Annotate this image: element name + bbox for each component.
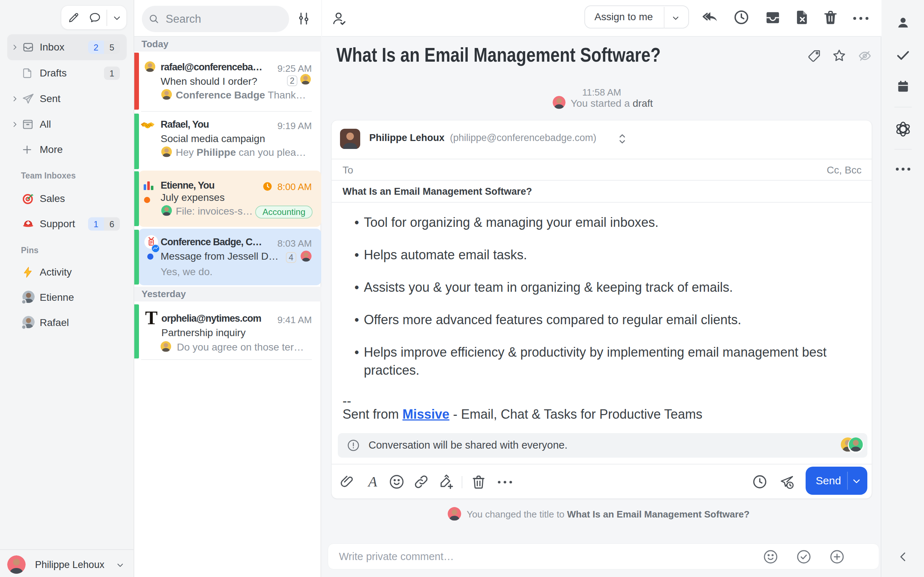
svg-text:A: A bbox=[367, 474, 377, 490]
